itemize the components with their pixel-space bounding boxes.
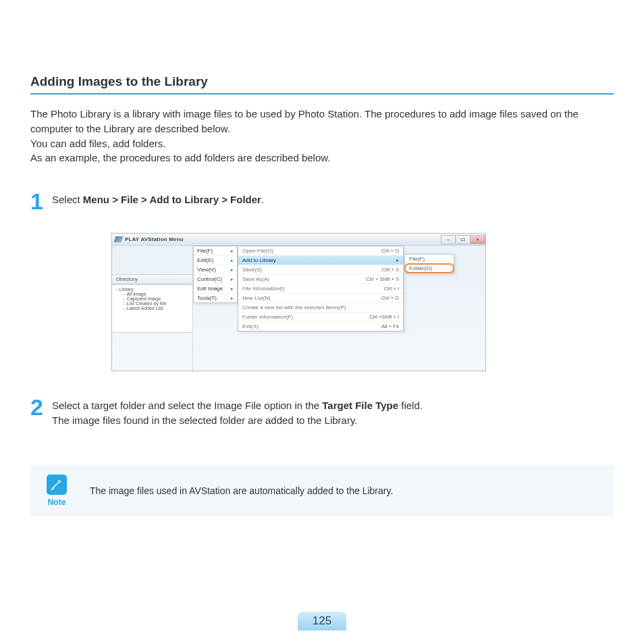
note-label: Note xyxy=(47,498,67,507)
menu-level-3: File(F) Folder(O) xyxy=(404,254,454,273)
intro-p3: As an example, the procedures to add fol… xyxy=(30,151,614,165)
menu-label: Edit(E) xyxy=(197,257,213,263)
step2-l1-prefix: Select a target folder and select the Im… xyxy=(52,400,322,411)
shortcut: Ctrl +Shift + I xyxy=(369,314,399,320)
tree-item[interactable]: All Image xyxy=(123,292,188,296)
menu-label: File(F) xyxy=(197,248,213,254)
tree-root[interactable]: Library xyxy=(116,287,188,292)
shortcut: Ctrl + O xyxy=(381,248,399,254)
step-2: 2 Select a target folder and select the … xyxy=(30,398,614,428)
menu-label: View(V) xyxy=(197,267,216,273)
directory-tree: Library All Image Captured Image List Cr… xyxy=(112,284,192,333)
shortcut: Ctrl + G xyxy=(381,295,399,301)
shortcut: Alt + F4 xyxy=(381,323,399,329)
chevron-right-icon: ▸ xyxy=(396,257,399,263)
chevron-right-icon: ▸ xyxy=(231,286,234,292)
menu-level-2: Open File(O)Ctrl + O Add to Library▸ Sav… xyxy=(238,246,404,331)
note-text: The image files used in AVStation are au… xyxy=(90,485,393,496)
submenu-item-saveas[interactable]: Save As(A)Ctrl + Shift + S xyxy=(238,275,403,284)
tree-item[interactable]: List Created by Me xyxy=(123,301,188,306)
submenu-label: Add to Library xyxy=(242,257,276,263)
menu-label: Edit Image xyxy=(197,286,223,292)
chevron-right-icon: ▸ xyxy=(231,248,234,254)
chevron-right-icon: ▸ xyxy=(231,277,234,282)
window-title: PLAY AVStation Menu xyxy=(125,236,184,242)
content-area: File(F)▸ Edit(E)▸ View(V)▸ Control(C)▸ E… xyxy=(193,246,485,371)
submenu-item-createlist[interactable]: Create a new list with the selected item… xyxy=(238,303,403,313)
shortcut: Ctrl + Shift + S xyxy=(366,276,399,282)
shortcut: Ctrl + S xyxy=(382,267,399,273)
submenu-label: File Information(I) xyxy=(242,286,285,292)
step-number: 2 xyxy=(30,396,52,419)
step2-l1-suffix: field. xyxy=(398,400,423,411)
app-logo-icon xyxy=(114,236,124,242)
submenu-item-fileinfo[interactable]: File Information(I)Ctrl + I xyxy=(238,284,403,294)
intro-p1: The Photo Library is a library with imag… xyxy=(30,107,614,136)
step-number: 1 xyxy=(30,190,52,213)
tree-item[interactable]: Latest Added List xyxy=(123,306,188,311)
step2-line2: The image files found in the selected fo… xyxy=(52,413,423,428)
submenu-label: Save As(A) xyxy=(242,276,269,282)
chevron-right-icon: ▸ xyxy=(231,296,234,301)
submenu-item-addtolibrary[interactable]: Add to Library▸ xyxy=(238,256,403,265)
step-body: Select Menu > File > Add to Library > Fo… xyxy=(52,192,264,207)
submenu-item-newlist[interactable]: New List(N)Ctrl + G xyxy=(238,294,403,303)
step-body: Select a target folder and select the Im… xyxy=(52,398,423,428)
close-button[interactable]: × xyxy=(471,235,485,244)
step2-l1-bold: Target File Type xyxy=(322,400,398,411)
menu-item-control[interactable]: Control(C)▸ xyxy=(194,275,237,284)
submenu-label: New List(N) xyxy=(242,295,271,301)
step1-suffix: . xyxy=(261,194,264,205)
submenu-item-openfile[interactable]: Open File(O)Ctrl + O xyxy=(238,246,403,256)
main-area: Directory Library All Image Captured Ima… xyxy=(112,246,485,371)
maximize-button[interactable]: ▭ xyxy=(456,235,471,244)
menu-item-file[interactable]: File(F)▸ xyxy=(194,246,237,256)
window-buttons: – ▭ × xyxy=(441,235,485,244)
submenu-item-folderinfo[interactable]: Folder Information(F)Ctrl +Shift + I xyxy=(238,313,403,322)
tree-item[interactable]: Captured Image xyxy=(123,296,188,301)
tree-children: All Image Captured Image List Created by… xyxy=(116,292,188,311)
menu-item-edit[interactable]: Edit(E)▸ xyxy=(194,256,237,265)
step1-bold: Menu > File > Add to Library > Folder xyxy=(83,194,261,205)
submenu-item-save[interactable]: Save(S)Ctrl + S xyxy=(238,265,403,275)
intro-p2: You can add files, add folders. xyxy=(30,136,614,151)
menu-item-tools[interactable]: Tools(T)▸ xyxy=(194,294,237,302)
step-1: 1 Select Menu > File > Add to Library > … xyxy=(30,192,614,213)
intro-block: The Photo Library is a library with imag… xyxy=(30,107,614,165)
submenu2-item-file[interactable]: File(F) xyxy=(405,254,454,264)
submenu-label: Folder Information(F) xyxy=(242,314,293,320)
directory-label: Directory xyxy=(112,274,192,284)
screenshot: PLAY AVStation Menu – ▭ × Directory Libr… xyxy=(111,233,486,371)
chevron-right-icon: ▸ xyxy=(231,267,234,273)
step1-prefix: Select xyxy=(52,194,83,205)
sidebar: Directory Library All Image Captured Ima… xyxy=(112,246,193,371)
menu-level-1: File(F)▸ Edit(E)▸ View(V)▸ Control(C)▸ E… xyxy=(193,246,238,303)
submenu-item-exit[interactable]: Exit(X)Alt + F4 xyxy=(238,322,403,331)
note-bar: Note The image files used in AVStation a… xyxy=(30,465,614,516)
submenu-label: Open File(O) xyxy=(242,248,273,254)
menu-label: Tools(T) xyxy=(197,295,217,301)
menu-item-editimage[interactable]: Edit Image▸ xyxy=(194,284,237,294)
section-title: Adding Images to the Library xyxy=(30,74,614,95)
submenu2-item-folder[interactable]: Folder(O) xyxy=(405,264,454,273)
page-number: 125 xyxy=(298,612,346,630)
chevron-right-icon: ▸ xyxy=(231,258,234,263)
app-window: PLAY AVStation Menu – ▭ × Directory Libr… xyxy=(112,234,485,371)
minimize-button[interactable]: – xyxy=(441,235,456,244)
submenu-label: Save(S) xyxy=(242,267,262,273)
titlebar: PLAY AVStation Menu – ▭ × xyxy=(112,234,485,246)
menu-label: Control(C) xyxy=(197,276,222,282)
menu-item-view[interactable]: View(V)▸ xyxy=(194,265,237,275)
note-icon xyxy=(47,475,67,495)
submenu-label: Exit(X) xyxy=(242,323,259,329)
shortcut: Ctrl + I xyxy=(384,286,399,292)
submenu-label: Create a new list with the selected item… xyxy=(242,304,346,311)
note-badge: Note xyxy=(47,475,67,507)
